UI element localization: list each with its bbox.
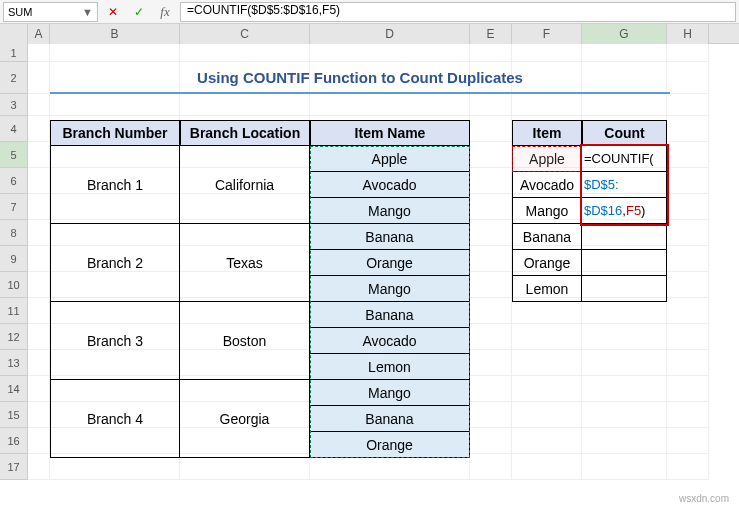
- cell[interactable]: [582, 454, 667, 480]
- cell[interactable]: [470, 94, 512, 116]
- cell[interactable]: [50, 44, 180, 62]
- cell[interactable]: [470, 44, 512, 62]
- branch-loc-3[interactable]: Boston: [180, 302, 310, 380]
- col-header-E[interactable]: E: [470, 24, 512, 44]
- row-header-17[interactable]: 17: [0, 454, 28, 480]
- cell[interactable]: [512, 94, 582, 116]
- cell[interactable]: [667, 168, 709, 194]
- cell[interactable]: [470, 142, 512, 168]
- cell[interactable]: [512, 350, 582, 376]
- item-cell[interactable]: Banana: [310, 302, 470, 328]
- row-header-12[interactable]: 12: [0, 324, 28, 350]
- cell[interactable]: [582, 376, 667, 402]
- fx-icon[interactable]: fx: [154, 2, 176, 22]
- item-cell[interactable]: Banana: [310, 406, 470, 432]
- row-header-11[interactable]: 11: [0, 298, 28, 324]
- row-header-9[interactable]: 9: [0, 246, 28, 272]
- cell[interactable]: [512, 44, 582, 62]
- side-item[interactable]: Mango: [512, 198, 582, 224]
- side-item[interactable]: Apple: [512, 146, 582, 172]
- cell[interactable]: [50, 94, 180, 116]
- enter-icon[interactable]: ✓: [128, 2, 150, 22]
- cell[interactable]: [470, 220, 512, 246]
- col-header-C[interactable]: C: [180, 24, 310, 44]
- cell[interactable]: [512, 428, 582, 454]
- formula-input[interactable]: =COUNTIF($D$5:$D$16,F5): [180, 2, 736, 22]
- cell[interactable]: [667, 44, 709, 62]
- cell[interactable]: [470, 402, 512, 428]
- item-cell[interactable]: Avocado: [310, 328, 470, 354]
- cell[interactable]: [28, 116, 50, 142]
- side-item[interactable]: Orange: [512, 250, 582, 276]
- col-header-D[interactable]: D: [310, 24, 470, 44]
- cell[interactable]: [667, 402, 709, 428]
- cell[interactable]: [180, 94, 310, 116]
- side-count[interactable]: [582, 250, 667, 276]
- col-header-A[interactable]: A: [28, 24, 50, 44]
- row-header-13[interactable]: 13: [0, 350, 28, 376]
- cell[interactable]: [28, 168, 50, 194]
- row-header-7[interactable]: 7: [0, 194, 28, 220]
- branch-loc-1[interactable]: California: [180, 146, 310, 224]
- cell[interactable]: [310, 44, 470, 62]
- cell[interactable]: [28, 324, 50, 350]
- cell[interactable]: [470, 454, 512, 480]
- cell[interactable]: [512, 402, 582, 428]
- cell[interactable]: [667, 428, 709, 454]
- cell[interactable]: [667, 272, 709, 298]
- col-header-H[interactable]: H: [667, 24, 709, 44]
- cell[interactable]: [667, 220, 709, 246]
- cell[interactable]: [470, 116, 512, 142]
- cell[interactable]: [28, 44, 50, 62]
- cell[interactable]: [180, 44, 310, 62]
- cell[interactable]: [28, 220, 50, 246]
- cell[interactable]: [28, 298, 50, 324]
- cell[interactable]: [512, 454, 582, 480]
- item-cell[interactable]: Mango: [310, 198, 470, 224]
- cell[interactable]: [28, 272, 50, 298]
- item-cell[interactable]: Orange: [310, 250, 470, 276]
- side-count[interactable]: [582, 276, 667, 302]
- cell[interactable]: [28, 376, 50, 402]
- cell[interactable]: [667, 194, 709, 220]
- row-header-1[interactable]: 1: [0, 44, 28, 62]
- item-cell[interactable]: Apple: [310, 146, 470, 172]
- cell[interactable]: [470, 246, 512, 272]
- cell[interactable]: [667, 142, 709, 168]
- item-cell[interactable]: Banana: [310, 224, 470, 250]
- cell[interactable]: [582, 350, 667, 376]
- side-item[interactable]: Banana: [512, 224, 582, 250]
- cell[interactable]: [28, 428, 50, 454]
- branch-num-4[interactable]: Branch 4: [50, 380, 180, 458]
- branch-num-2[interactable]: Branch 2: [50, 224, 180, 302]
- row-header-4[interactable]: 4: [0, 116, 28, 142]
- side-item[interactable]: Avocado: [512, 172, 582, 198]
- cell[interactable]: [512, 376, 582, 402]
- branch-num-3[interactable]: Branch 3: [50, 302, 180, 380]
- item-cell[interactable]: Lemon: [310, 354, 470, 380]
- side-item[interactable]: Lemon: [512, 276, 582, 302]
- item-cell[interactable]: Mango: [310, 276, 470, 302]
- cell[interactable]: [667, 350, 709, 376]
- row-header-10[interactable]: 10: [0, 272, 28, 298]
- row-header-14[interactable]: 14: [0, 376, 28, 402]
- select-all-corner[interactable]: [0, 24, 28, 44]
- row-header-2[interactable]: 2: [0, 62, 28, 94]
- col-header-G[interactable]: G: [582, 24, 667, 44]
- cell[interactable]: [470, 168, 512, 194]
- cell[interactable]: [470, 428, 512, 454]
- cell[interactable]: [582, 428, 667, 454]
- item-cell[interactable]: Avocado: [310, 172, 470, 198]
- row-header-5[interactable]: 5: [0, 142, 28, 168]
- cell[interactable]: [470, 350, 512, 376]
- cell[interactable]: [470, 194, 512, 220]
- name-box[interactable]: SUM ▼: [3, 2, 98, 22]
- cell[interactable]: [28, 454, 50, 480]
- row-header-8[interactable]: 8: [0, 220, 28, 246]
- cell[interactable]: [28, 62, 50, 94]
- cell[interactable]: [667, 454, 709, 480]
- col-header-B[interactable]: B: [50, 24, 180, 44]
- cell[interactable]: [667, 116, 709, 142]
- row-header-15[interactable]: 15: [0, 402, 28, 428]
- cell[interactable]: [582, 402, 667, 428]
